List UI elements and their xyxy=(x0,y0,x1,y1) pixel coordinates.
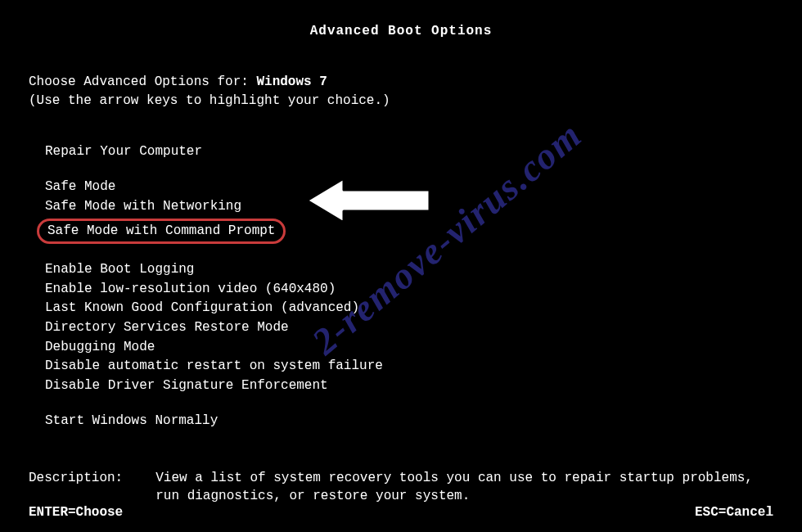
menu-item-safe-mode[interactable]: Safe Mode xyxy=(45,178,773,196)
menu-item-no-auto-restart[interactable]: Disable automatic restart on system fail… xyxy=(45,358,773,376)
menu-item-start-normal[interactable]: Start Windows Normally xyxy=(45,413,773,431)
hint-text: (Use the arrow keys to highlight your ch… xyxy=(29,92,773,110)
prompt-prefix: Choose Advanced Options for: xyxy=(29,74,256,89)
footer-enter[interactable]: ENTER=Choose xyxy=(29,504,123,522)
menu-item-safe-mode-cmd[interactable]: Safe Mode with Command Prompt xyxy=(47,223,275,241)
os-name: Windows 7 xyxy=(256,74,327,89)
spacer xyxy=(45,245,773,261)
boot-options-screen: Advanced Boot Options Choose Advanced Op… xyxy=(0,0,802,532)
menu-item-ds-restore[interactable]: Directory Services Restore Mode xyxy=(45,319,773,337)
menu-item-boot-logging[interactable]: Enable Boot Logging xyxy=(45,261,773,279)
menu-item-no-sig-enforce[interactable]: Disable Driver Signature Enforcement xyxy=(45,377,773,395)
boot-menu[interactable]: Repair Your Computer Safe Mode Safe Mode… xyxy=(45,143,773,431)
page-title: Advanced Boot Options xyxy=(29,23,773,41)
description-label: Description: xyxy=(29,470,123,505)
description-block: Description: View a list of system recov… xyxy=(29,470,773,505)
menu-item-lkgc[interactable]: Last Known Good Configuration (advanced) xyxy=(45,300,773,318)
spacer xyxy=(45,396,773,413)
description-text: View a list of system recovery tools you… xyxy=(155,470,773,505)
menu-item-low-res[interactable]: Enable low-resolution video (640x480) xyxy=(45,281,773,299)
footer-esc[interactable]: ESC=Cancel xyxy=(695,504,773,522)
menu-item-repair[interactable]: Repair Your Computer xyxy=(45,143,773,161)
footer-bar: ENTER=Choose ESC=Cancel xyxy=(0,504,802,522)
highlighted-selection: Safe Mode with Command Prompt xyxy=(37,219,286,245)
menu-item-safe-mode-networking[interactable]: Safe Mode with Networking xyxy=(45,198,773,216)
prompt-line: Choose Advanced Options for: Windows 7 xyxy=(29,74,773,92)
menu-item-debug[interactable]: Debugging Mode xyxy=(45,339,773,357)
spacer xyxy=(45,162,773,178)
